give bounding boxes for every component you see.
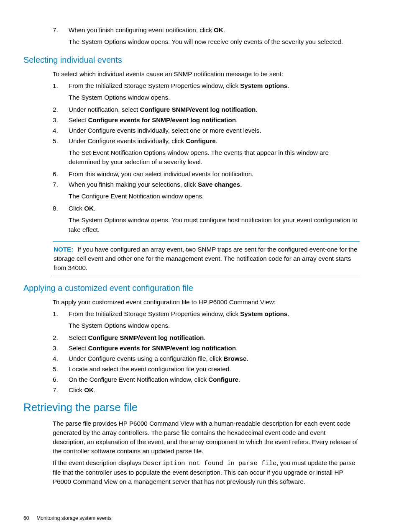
list-item: 7.Click OK. bbox=[53, 386, 360, 395]
list-text: Under Configure events individually, sel… bbox=[69, 127, 261, 134]
list-number: 7. bbox=[53, 180, 69, 203]
bold-term: Configure bbox=[186, 137, 216, 144]
section-heading-retrieving-parse: Retrieving the parse file bbox=[23, 400, 360, 416]
page-number: 60 bbox=[23, 515, 29, 521]
list-text: . bbox=[256, 106, 257, 113]
list-text: From this window, you can select individ… bbox=[69, 170, 253, 177]
bold-term: OK bbox=[84, 205, 94, 212]
list-text: Select bbox=[69, 344, 88, 352]
body-text: If the event description displays bbox=[53, 459, 143, 466]
section-heading-selecting-events: Selecting individual events bbox=[23, 54, 360, 66]
list-item: 5.Locate and select the event configurat… bbox=[53, 365, 360, 374]
list-number: 3. bbox=[53, 344, 69, 353]
section-heading-applying-config: Applying a customized event configuratio… bbox=[23, 282, 360, 294]
list-subtext: The Configure Event Notification window … bbox=[69, 192, 360, 201]
list-text: From the Initialized Storage System Prop… bbox=[69, 310, 240, 317]
list-item: 6.From this window, you can select indiv… bbox=[53, 170, 360, 179]
list-text: Under Configure events individually, cli… bbox=[69, 137, 186, 144]
bold-term: OK bbox=[84, 386, 94, 393]
bold-term: Browse bbox=[224, 355, 247, 362]
list-text: Select bbox=[69, 116, 88, 123]
bold-term: Save changes bbox=[198, 181, 240, 188]
list-number: 4. bbox=[53, 354, 69, 363]
list-item: 4.Under Configure events individually, s… bbox=[53, 126, 360, 135]
list-subtext: The System Options window opens. bbox=[69, 321, 360, 330]
list-number: 1. bbox=[53, 309, 69, 332]
bold-term: Configure events for SNMP/event log noti… bbox=[88, 344, 236, 352]
list-text: When you finish making your selections, … bbox=[69, 181, 198, 188]
list-text: . bbox=[238, 376, 240, 383]
list-text: . bbox=[94, 386, 95, 393]
bold-term: Configure bbox=[208, 376, 238, 383]
section-intro: To apply your customized event configura… bbox=[53, 298, 360, 307]
bold-term: System options bbox=[240, 82, 287, 89]
list-text: Select bbox=[69, 334, 88, 341]
list-number: 1. bbox=[53, 81, 69, 104]
list-text: . bbox=[94, 205, 95, 212]
list-subtext: The System Options window opens. bbox=[69, 93, 360, 102]
list-item: 1.From the Initialized Storage System Pr… bbox=[53, 309, 360, 332]
list-item: 7.When you finish making your selections… bbox=[53, 180, 360, 203]
list-text: . bbox=[287, 310, 289, 317]
bold-term: System options bbox=[240, 310, 287, 317]
list-number: 7. bbox=[53, 386, 69, 395]
list-text: On the Configure Event Notification wind… bbox=[69, 376, 208, 383]
section-intro: To select which individual events cause … bbox=[53, 69, 360, 79]
note-label: NOTE: bbox=[54, 246, 73, 253]
list-subtext: The System Options window opens. You wil… bbox=[69, 37, 360, 46]
note-box: NOTE:If you have configured an array eve… bbox=[53, 241, 360, 276]
list-text: . bbox=[246, 355, 248, 362]
list-item: 8.Click OK.The System Options window ope… bbox=[53, 204, 360, 236]
list-number: 5. bbox=[53, 365, 69, 374]
list-text: . bbox=[223, 26, 225, 33]
list-text: From the Initialized Storage System Prop… bbox=[69, 82, 240, 89]
list-text: When you finish configuring event notifi… bbox=[69, 26, 214, 33]
bold-term: Configure SNMP/event log notification bbox=[88, 334, 204, 341]
body-paragraph: If the event description displays Descri… bbox=[53, 458, 360, 486]
list-text: . bbox=[236, 344, 238, 352]
list-item: 7. When you finish configuring event not… bbox=[53, 26, 360, 48]
list-number: 3. bbox=[53, 116, 69, 125]
footer-text: Monitoring storage system events bbox=[36, 515, 111, 521]
list-item: 6.On the Configure Event Notification wi… bbox=[53, 375, 360, 384]
list-text: Click bbox=[69, 386, 84, 393]
list-number: 4. bbox=[53, 126, 69, 135]
bold-term: Configure SNMP/event log notification bbox=[140, 106, 256, 113]
list-text: . bbox=[287, 82, 289, 89]
list-number: 2. bbox=[53, 333, 69, 342]
list-text: Under Configure events using a configura… bbox=[69, 355, 224, 362]
list-number: 6. bbox=[53, 375, 69, 384]
bold-term: Configure events for SNMP/event log noti… bbox=[88, 116, 236, 123]
list-item: 4.Under Configure events using a configu… bbox=[53, 354, 360, 363]
list-text: . bbox=[216, 137, 217, 144]
list-text: . bbox=[236, 116, 238, 123]
list-item: 5.Under Configure events individually, c… bbox=[53, 136, 360, 168]
list-text: . bbox=[240, 181, 242, 188]
note-text: If you have configured an array event, t… bbox=[54, 246, 357, 271]
list-text: . bbox=[204, 334, 205, 341]
body-paragraph: The parse file provides HP P6000 Command… bbox=[53, 419, 360, 456]
list-subtext: The Set Event Notification Options windo… bbox=[69, 148, 360, 167]
list-number: 8. bbox=[53, 204, 69, 236]
list-number: 5. bbox=[53, 136, 69, 168]
bold-term: OK bbox=[214, 26, 223, 33]
list-number: 2. bbox=[53, 105, 69, 114]
code-text: Description not found in parse file bbox=[143, 460, 276, 467]
list-text: Locate and select the event configuratio… bbox=[69, 365, 231, 373]
list-item: 2.Select Configure SNMP/event log notifi… bbox=[53, 333, 360, 342]
list-number: 6. bbox=[53, 170, 69, 179]
list-item: 1.From the Initialized Storage System Pr… bbox=[53, 81, 360, 104]
list-text: Click bbox=[69, 205, 84, 212]
list-text: Under notification, select bbox=[69, 106, 140, 113]
list-subtext: The System Options window opens. You mus… bbox=[69, 216, 360, 234]
list-item: 2.Under notification, select Configure S… bbox=[53, 105, 360, 114]
page-footer: 60Monitoring storage system events bbox=[23, 515, 112, 522]
list-number: 7. bbox=[53, 26, 69, 48]
list-item: 3.Select Configure events for SNMP/event… bbox=[53, 344, 360, 353]
list-item: 3.Select Configure events for SNMP/event… bbox=[53, 116, 360, 125]
